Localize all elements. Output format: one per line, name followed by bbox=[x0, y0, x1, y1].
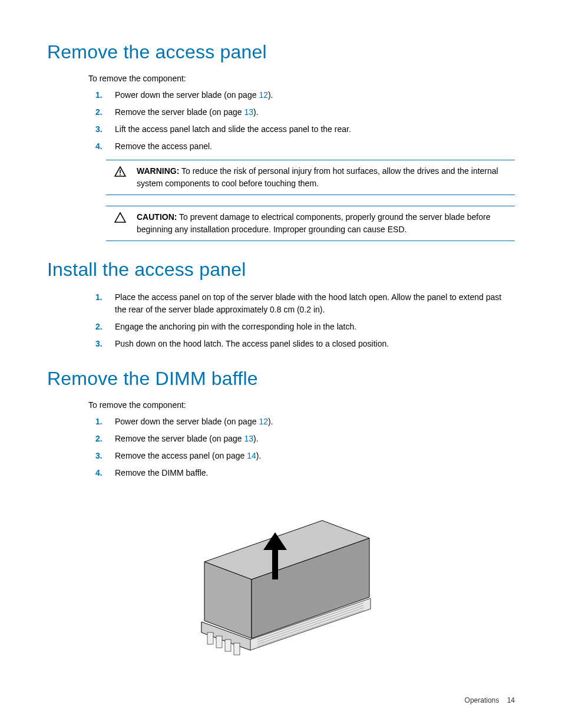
step-item: Remove the access panel. bbox=[88, 140, 515, 153]
footer-page-number: 14 bbox=[507, 696, 515, 704]
svg-rect-13 bbox=[207, 633, 213, 644]
dimm-baffle-illustration bbox=[175, 491, 387, 680]
step-item: Remove the access panel (on page 14). bbox=[88, 450, 515, 462]
svg-point-2 bbox=[120, 174, 121, 176]
section-install-access-panel: Install the access panel Place the acces… bbox=[47, 259, 515, 350]
step-text: Remove the DIMM baffle. bbox=[115, 468, 208, 477]
svg-rect-16 bbox=[234, 643, 240, 655]
page-link[interactable]: 13 bbox=[244, 434, 253, 443]
caution-icon bbox=[108, 211, 132, 223]
caution-body: To prevent damage to electrical componen… bbox=[137, 212, 491, 234]
step-item: Lift the access panel latch and slide th… bbox=[88, 123, 515, 136]
heading-remove-access-panel: Remove the access panel bbox=[47, 41, 515, 63]
heading-remove-dimm-baffle: Remove the DIMM baffle bbox=[47, 368, 515, 390]
caution-text: CAUTION: To prevent damage to electrical… bbox=[132, 211, 513, 236]
steps-remove-dimm-baffle: Power down the server blade (on page 12)… bbox=[88, 416, 515, 479]
step-item: Place the access panel on top of the ser… bbox=[88, 291, 515, 316]
warning-box: WARNING: To reduce the risk of personal … bbox=[106, 160, 515, 195]
warning-icon bbox=[108, 165, 132, 177]
caution-label: CAUTION: bbox=[137, 212, 177, 222]
step-text: Lift the access panel latch and slide th… bbox=[115, 124, 351, 134]
page-footer: Operations 14 bbox=[465, 696, 515, 704]
step-text-post: ). bbox=[253, 434, 259, 443]
page-link[interactable]: 12 bbox=[259, 90, 268, 100]
step-item: Power down the server blade (on page 12)… bbox=[88, 416, 515, 428]
step-item: Power down the server blade (on page 12)… bbox=[88, 89, 515, 101]
step-text: Power down the server blade (on page bbox=[115, 90, 259, 100]
warning-label: WARNING: bbox=[137, 166, 179, 176]
steps-install-access-panel: Place the access panel on top of the ser… bbox=[88, 291, 515, 350]
section-remove-access-panel: Remove the access panel To remove the co… bbox=[47, 41, 515, 241]
step-text: Power down the server blade (on page bbox=[115, 417, 259, 426]
intro-text: To remove the component: bbox=[88, 400, 515, 410]
section-remove-dimm-baffle: Remove the DIMM baffle To remove the com… bbox=[47, 368, 515, 680]
page-link[interactable]: 12 bbox=[259, 417, 268, 426]
step-item: Remove the DIMM baffle. bbox=[88, 467, 515, 479]
step-item: Remove the server blade (on page 13). bbox=[88, 433, 515, 445]
svg-rect-14 bbox=[216, 636, 222, 648]
step-text-post: ). bbox=[253, 107, 259, 117]
step-text: Push down on the hood latch. The access … bbox=[115, 339, 389, 348]
caution-box: CAUTION: To prevent damage to electrical… bbox=[106, 206, 515, 241]
intro-text: To remove the component: bbox=[88, 74, 515, 83]
step-text-post: ). bbox=[268, 90, 273, 100]
step-item: Push down on the hood latch. The access … bbox=[88, 338, 515, 350]
footer-section: Operations bbox=[465, 696, 500, 704]
svg-rect-15 bbox=[225, 640, 231, 651]
warning-body: To reduce the risk of personal injury fr… bbox=[137, 166, 498, 188]
dimm-baffle-figure bbox=[47, 491, 515, 680]
step-text: Remove the access panel (on page bbox=[115, 451, 247, 460]
page-link[interactable]: 14 bbox=[247, 451, 256, 460]
step-text-post: ). bbox=[268, 417, 273, 426]
step-text: Engage the anchoring pin with the corres… bbox=[115, 322, 356, 331]
steps-remove-access-panel: Power down the server blade (on page 12)… bbox=[88, 89, 515, 153]
step-text: Remove the access panel. bbox=[115, 141, 212, 151]
step-item: Remove the server blade (on page 13). bbox=[88, 106, 515, 118]
step-item: Engage the anchoring pin with the corres… bbox=[88, 321, 515, 333]
step-text-post: ). bbox=[256, 451, 262, 460]
warning-text: WARNING: To reduce the risk of personal … bbox=[132, 165, 513, 190]
svg-marker-3 bbox=[115, 213, 125, 222]
step-text: Remove the server blade (on page bbox=[115, 434, 244, 443]
heading-install-access-panel: Install the access panel bbox=[47, 259, 515, 281]
step-text: Place the access panel on top of the ser… bbox=[115, 292, 501, 314]
step-text: Remove the server blade (on page bbox=[115, 107, 244, 117]
page-link[interactable]: 13 bbox=[244, 107, 253, 117]
